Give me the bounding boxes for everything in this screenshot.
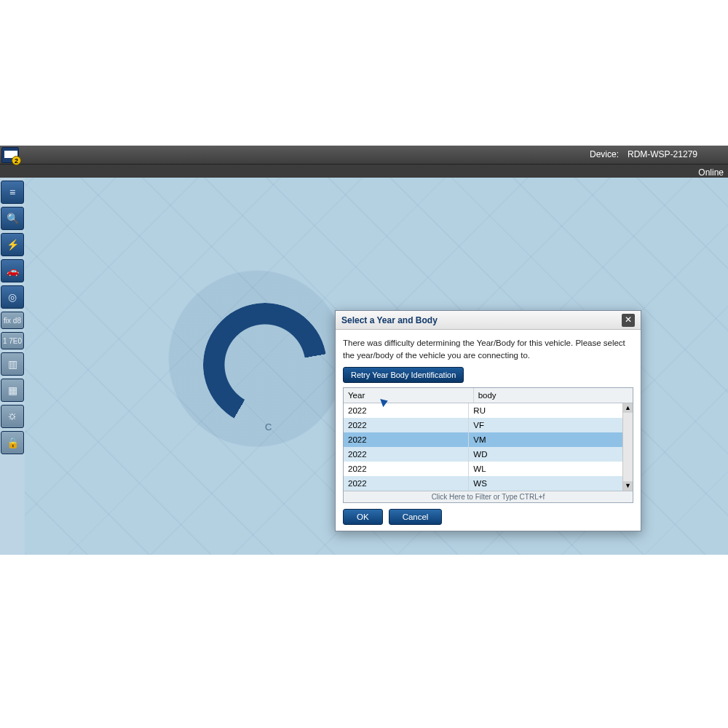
cell-body: WS bbox=[469, 476, 622, 491]
table-row[interactable]: 2022WD bbox=[344, 447, 633, 462]
grid-icon[interactable]: ▦ bbox=[1, 379, 24, 402]
cell-body: WD bbox=[469, 447, 622, 462]
close-icon[interactable]: ✕ bbox=[622, 314, 635, 327]
table-row[interactable]: 2022VM bbox=[344, 432, 633, 447]
dialog-actions: OK Cancel bbox=[343, 509, 633, 525]
table-row[interactable]: 2022RU bbox=[344, 403, 633, 418]
grid-header: Year body bbox=[344, 388, 633, 403]
main-panel: C Select a Year and Body ✕ There was dif… bbox=[25, 178, 728, 555]
grid-body: 2022RU2022VF2022VM2022WD2022WL2022WS ▲ ▼ bbox=[344, 403, 633, 491]
cancel-button[interactable]: Cancel bbox=[389, 509, 443, 525]
search-icon[interactable]: 🔍 bbox=[1, 207, 24, 230]
cell-year: 2022 bbox=[344, 476, 469, 491]
radar-icon[interactable]: ◎ bbox=[1, 285, 24, 309]
lock-icon[interactable]: 🔒 bbox=[1, 431, 24, 454]
cell-year: 2022 bbox=[344, 403, 469, 418]
connection-status: Online bbox=[698, 167, 724, 178]
sidebar: ≡🔍⚡🚗◎fix d81 7E0▥▦⛭🔒 bbox=[0, 178, 25, 555]
cell-body: WL bbox=[469, 462, 622, 476]
app-stage: 2 Device: RDM-WSP-21279 Online ≡🔍⚡🚗◎fix … bbox=[0, 146, 728, 555]
device-name: RDM-WSP-21279 bbox=[628, 149, 697, 159]
code-chip-1[interactable]: fix d8 bbox=[1, 312, 24, 329]
cell-year: 2022 bbox=[344, 432, 469, 447]
cell-year: 2022 bbox=[344, 447, 469, 462]
device-label: Device: bbox=[590, 149, 619, 159]
columns-icon[interactable]: ▥ bbox=[1, 352, 24, 376]
menu-icon[interactable]: ≡ bbox=[1, 181, 24, 204]
dialog-body: There was difficulty determining the Yea… bbox=[336, 330, 641, 531]
flash-icon[interactable]: ⚡ bbox=[1, 233, 24, 256]
code-chip-2[interactable]: 1 7E0 bbox=[1, 332, 24, 349]
brand-subtitle: C bbox=[265, 422, 272, 432]
scroll-down-icon[interactable]: ▼ bbox=[623, 481, 633, 491]
tools-icon[interactable]: ⛭ bbox=[1, 405, 24, 428]
brand-logo-icon bbox=[203, 303, 327, 427]
table-row[interactable]: 2022VF bbox=[344, 418, 633, 432]
retry-button[interactable]: Retry Year Body Identification bbox=[343, 367, 464, 383]
year-body-grid: Year body 2022RU2022VF2022VM2022WD2022WL… bbox=[343, 387, 633, 503]
scroll-up-icon[interactable]: ▲ bbox=[623, 403, 633, 413]
year-body-dialog: Select a Year and Body ✕ There was diffi… bbox=[335, 310, 641, 531]
cell-body: RU bbox=[469, 403, 622, 418]
cell-body: VF bbox=[469, 418, 622, 432]
dialog-message: There was difficulty determining the Yea… bbox=[343, 337, 633, 361]
table-row[interactable]: 2022WS bbox=[344, 476, 633, 491]
notifications-icon[interactable]: 2 bbox=[1, 147, 19, 163]
title-bar: 2 Device: RDM-WSP-21279 bbox=[0, 146, 728, 165]
column-header-body[interactable]: body bbox=[474, 388, 633, 403]
vehicle-icon[interactable]: 🚗 bbox=[1, 259, 24, 282]
notification-badge: 2 bbox=[12, 156, 21, 165]
table-row[interactable]: 2022WL bbox=[344, 462, 633, 476]
dialog-title: Select a Year and Body bbox=[341, 315, 438, 325]
dialog-titlebar: Select a Year and Body ✕ bbox=[336, 311, 641, 330]
scrollbar[interactable]: ▲ ▼ bbox=[622, 403, 633, 491]
cell-body: VM bbox=[469, 432, 622, 447]
cell-year: 2022 bbox=[344, 418, 469, 432]
grid-filter-hint[interactable]: Click Here to Filter or Type CTRL+f bbox=[344, 491, 633, 502]
ok-button[interactable]: OK bbox=[343, 509, 383, 525]
cell-year: 2022 bbox=[344, 462, 469, 476]
column-header-year[interactable]: Year bbox=[344, 388, 474, 403]
